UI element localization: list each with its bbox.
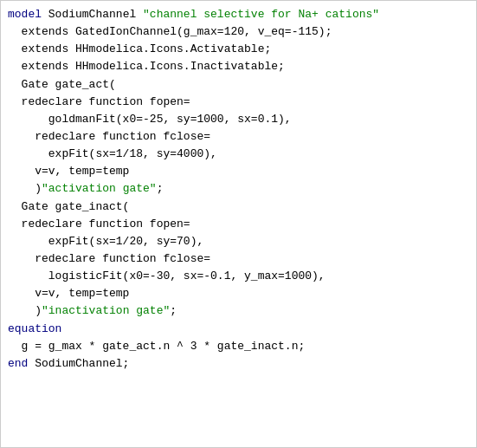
keyword-end: end [8,357,28,370]
code-text: goldmanFit(x0=-25, sy=1000, sx=0.1), [8,113,292,126]
code-text: redeclare function fclose= [8,130,210,143]
keyword-equation: equation [8,322,61,335]
code-text: Gate gate_act( [8,78,116,91]
code-text: expFit(sx=1/20, sy=70), [8,235,203,248]
code-line: expFit(sx=1/20, sy=70), [8,233,469,250]
code-text: ; [170,304,177,317]
code-line: model SodiumChannel "channel selective f… [8,6,469,23]
code-text: SodiumChannel; [28,357,129,370]
code-text: redeclare function fopen= [8,218,190,230]
code-text: v=v, temp=temp [8,165,129,178]
code-line: Gate gate_act( [8,76,469,94]
code-text: expFit(sx=1/18, sy=4000), [8,147,217,160]
string-activation-gate: "activation gate" [42,182,157,195]
code-line: redeclare function fopen= [8,216,469,233]
code-line: v=v, temp=temp [8,285,469,302]
code-text: v=v, temp=temp [8,287,129,300]
code-line: extends HHmodelica.Icons.Activatable; [8,41,469,58]
code-text: SodiumChannel [42,8,143,21]
string-inactivation-gate: "inactivation gate" [42,304,170,317]
code-text: ) [8,304,42,317]
code-text: Gate gate_inact( [8,200,129,213]
code-line: Gate gate_inact( [8,198,469,216]
code-text: extends HHmodelica.Icons.Inactivatable; [8,60,285,73]
code-line: g = g_max * gate_act.n ^ 3 * gate_inact.… [8,338,469,355]
string-channel-desc: "channel selective for Na+ cations" [143,8,379,21]
code-text: g = g_max * gate_act.n ^ 3 * gate_inact.… [8,340,305,353]
code-container: model SodiumChannel "channel selective f… [0,0,477,448]
code-text: redeclare function fclose= [8,252,210,265]
code-line: extends GatedIonChannel(g_max=120, v_eq=… [8,23,469,41]
code-text: redeclare function fopen= [8,95,190,108]
code-text: ; [157,182,164,195]
code-text: ) [8,182,42,195]
code-line: equation [8,321,469,338]
code-text: logisticFit(x0=-30, sx=-0.1, y_max=1000)… [8,269,326,282]
code-line: end SodiumChannel; [8,355,469,373]
keyword-model: model [8,8,42,21]
code-line: v=v, temp=temp [8,163,469,180]
code-line: logisticFit(x0=-30, sx=-0.1, y_max=1000)… [8,268,469,285]
code-line: )"inactivation gate"; [8,302,469,320]
code-line: redeclare function fclose= [8,250,469,268]
code-line: redeclare function fopen= [8,94,469,111]
code-text: extends GatedIonChannel(g_max=120, v_eq=… [8,25,332,38]
code-line: )"activation gate"; [8,180,469,198]
code-text: extends HHmodelica.Icons.Activatable; [8,42,271,55]
code-line: expFit(sx=1/18, sy=4000), [8,146,469,163]
code-line: redeclare function fclose= [8,128,469,146]
code-line: extends HHmodelica.Icons.Inactivatable; [8,58,469,75]
code-line: goldmanFit(x0=-25, sy=1000, sx=0.1), [8,111,469,128]
